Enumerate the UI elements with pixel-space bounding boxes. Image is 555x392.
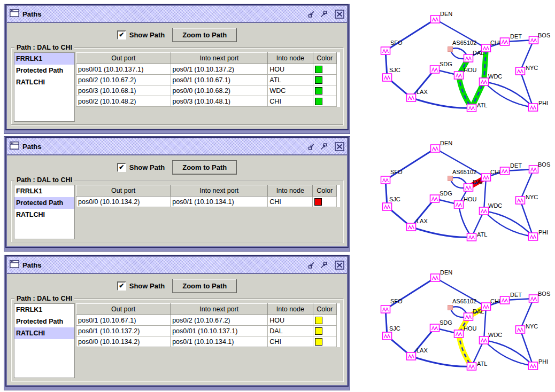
hop-row[interactable]: pos0/2 (10.10.67.2)pos0/1 (10.10.67.1)AT…	[76, 75, 337, 85]
color-cell	[313, 315, 336, 326]
router-icon	[482, 44, 491, 52]
link-SFO-DEN[interactable]	[386, 148, 435, 180]
node-HOU[interactable]: HOU	[454, 196, 477, 208]
column-header-into-node[interactable]: Into node	[268, 53, 313, 64]
zoom-to-path-button[interactable]: Zoom to Path	[172, 279, 237, 293]
link-WDC-CHI[interactable]	[484, 177, 486, 211]
column-header-out-port[interactable]: Out port	[76, 185, 171, 197]
path-color-swatch	[315, 338, 322, 346]
node-DEN[interactable]: DEN	[431, 269, 453, 281]
hop-cell: CHI	[268, 197, 313, 207]
node-HOU[interactable]: HOU	[454, 325, 477, 338]
maximize-button[interactable]	[319, 142, 328, 151]
path-list-item-frrlk1[interactable]: FRRLK1	[14, 185, 74, 197]
hops-table-wrap: Out portInto next portInto nodeColor pos…	[76, 52, 340, 122]
zoom-to-path-button[interactable]: Zoom to Path	[172, 28, 237, 42]
hop-cell: pos0/3 (10.10.68.1)	[76, 85, 171, 96]
node-NYC[interactable]: NYC	[516, 194, 538, 204]
column-header-into-next-port[interactable]: Into next port	[171, 53, 268, 64]
node-label: ATL	[477, 360, 487, 367]
titlebar[interactable]: Paths	[7, 6, 347, 23]
node-HOU[interactable]: HOU	[454, 67, 477, 79]
link-HOU-ATL[interactable]	[459, 205, 472, 237]
column-header-out-port[interactable]: Out port	[76, 53, 171, 64]
column-header-into-next-port[interactable]: Into next port	[171, 304, 268, 315]
iconify-button[interactable]	[307, 10, 317, 19]
column-header-color[interactable]: Color	[313, 53, 336, 64]
router-icon	[407, 223, 416, 231]
node-label: LAX	[417, 89, 428, 95]
hop-cell: pos0/3 (10.10.48.1)	[171, 96, 268, 107]
path-list-item-frrlk1[interactable]: FRRLK1	[14, 304, 74, 316]
column-header-out-port[interactable]: Out port	[76, 304, 171, 315]
iconify-button[interactable]	[307, 261, 317, 270]
node-ATL[interactable]: ATL	[467, 231, 488, 241]
node-DAL[interactable]: DAL	[464, 179, 484, 191]
node-DET[interactable]: DET	[500, 292, 522, 304]
node-DEN[interactable]: DEN	[431, 140, 453, 152]
node-CHI[interactable]: CHI	[482, 40, 500, 52]
path-groupbox: Path : DAL to CHI FRRLK1Protected PathRA…	[11, 299, 343, 381]
node-label: PHI	[538, 358, 548, 365]
node-BOS[interactable]: BOS	[529, 32, 551, 44]
column-header-into-node[interactable]: Into node	[268, 185, 313, 197]
maximize-button[interactable]	[319, 10, 328, 19]
node-CHI[interactable]: CHI	[482, 169, 500, 181]
titlebar[interactable]: Paths	[7, 138, 347, 155]
path-list-item-protected-path[interactable]: Protected Path	[14, 197, 74, 209]
node-NYC[interactable]: NYC	[516, 323, 538, 333]
path-list-item-ratlchi[interactable]: RATLCHI	[14, 327, 74, 339]
iconify-button[interactable]	[307, 142, 317, 151]
link-SFO-DEN[interactable]	[386, 19, 435, 51]
node-BOS[interactable]: BOS	[529, 291, 551, 302]
maximize-button[interactable]	[319, 261, 328, 270]
router-icon	[464, 313, 473, 320]
zoom-to-path-button[interactable]: Zoom to Path	[172, 160, 237, 175]
path-list-item-frrlk1[interactable]: FRRLK1	[14, 53, 74, 65]
column-header-color[interactable]: Color	[313, 304, 336, 315]
node-DAL[interactable]: DAL	[464, 50, 484, 62]
link-LAX-ATL[interactable]	[411, 356, 472, 366]
node-CHI[interactable]: CHI	[482, 298, 500, 310]
close-button[interactable]	[335, 142, 344, 151]
column-header-color[interactable]: Color	[313, 185, 337, 197]
hop-row[interactable]: pos0/1 (10.10.137.2)pos0/01 (10.10.137.1…	[76, 326, 337, 336]
path-list-item-ratlchi[interactable]: RATLCHI	[14, 76, 74, 88]
titlebar[interactable]: Paths	[7, 257, 347, 274]
router-icon	[516, 326, 525, 333]
column-header-into-node[interactable]: Into node	[268, 304, 313, 315]
router-icon	[467, 104, 476, 112]
path-color-swatch	[315, 76, 322, 84]
node-DEN[interactable]: DEN	[431, 11, 453, 23]
hop-row[interactable]: pos0/1 (10.10.67.1)pos0/2 (10.10.67.2)HO…	[76, 315, 337, 326]
show-path-checkbox[interactable]: ✔ Show Path	[117, 281, 165, 291]
path-list-item-ratlchi[interactable]: RATLCHI	[14, 209, 74, 221]
show-path-checkbox[interactable]: ✔ Show Path	[117, 30, 165, 40]
hop-row[interactable]: pos0/0 (10.10.134.2)pos0/1 (10.10.134.1)…	[76, 336, 337, 347]
node-SJC[interactable]: SJC	[383, 325, 400, 340]
node-label: BOS	[538, 291, 550, 297]
column-header-into-next-port[interactable]: Into next port	[171, 185, 268, 197]
path-list-item-protected-path[interactable]: Protected Path	[14, 316, 74, 327]
hop-row[interactable]: pos0/01 (10.10.137.1)pos0/1 (10.10.137.2…	[76, 64, 337, 75]
close-button[interactable]	[335, 10, 344, 19]
router-icon	[516, 67, 525, 75]
hop-row[interactable]: pos0/2 (10.10.48.2)pos0/3 (10.10.48.1)CH…	[76, 96, 337, 107]
node-SJC[interactable]: SJC	[383, 67, 400, 81]
node-SJC[interactable]: SJC	[383, 196, 400, 210]
hop-row[interactable]: pos0/3 (10.10.68.1)pos0/0 (10.10.68.2)WD…	[76, 85, 337, 96]
node-BOS[interactable]: BOS	[529, 161, 551, 173]
link-LAX-ATL[interactable]	[411, 98, 472, 108]
node-DET[interactable]: DET	[500, 33, 522, 45]
close-button[interactable]	[335, 261, 344, 270]
link-SFO-DEN[interactable]	[386, 278, 435, 309]
link-LAX-ATL[interactable]	[411, 227, 472, 237]
show-path-checkbox[interactable]: ✔ Show Path	[117, 163, 165, 172]
hop-row[interactable]: pos0/0 (10.10.134.2)pos0/1 (10.10.134.1)…	[76, 197, 337, 207]
node-DAL[interactable]: DAL	[464, 308, 484, 320]
path-list-item-protected-path[interactable]: Protected Path	[14, 65, 74, 76]
link-WDC-CHI[interactable]	[484, 307, 486, 340]
node-DET[interactable]: DET	[500, 162, 522, 175]
node-NYC[interactable]: NYC	[516, 65, 538, 75]
hop-cell: pos0/1 (10.10.67.1)	[76, 315, 171, 326]
